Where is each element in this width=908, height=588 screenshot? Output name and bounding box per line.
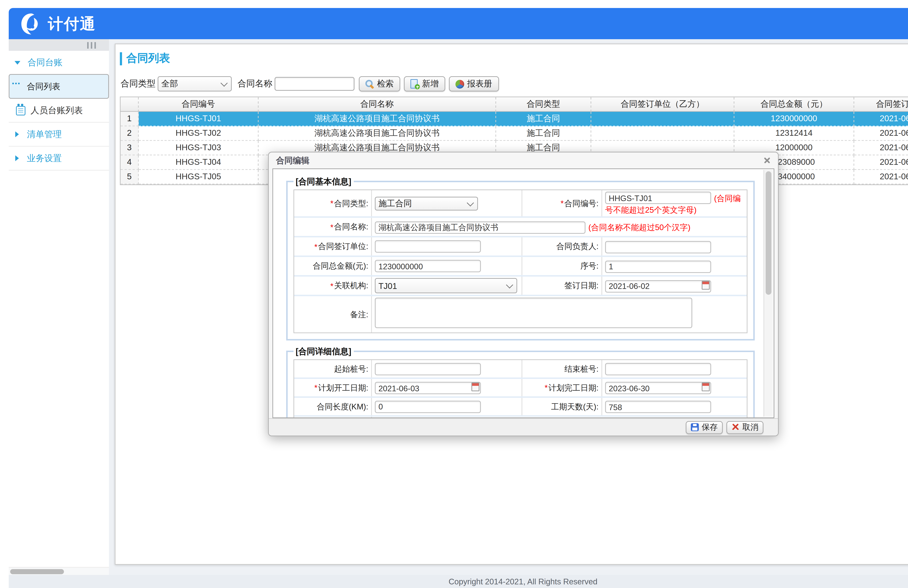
contract-code-field-label: *合同编号: [522, 190, 602, 216]
sign-date-input[interactable] [605, 280, 711, 292]
col-header-code[interactable]: 合同编号 [139, 97, 259, 112]
sign-date-field-label: 签订日期: [522, 276, 602, 295]
dialog-title: 合同编辑 [276, 155, 309, 166]
duration-days-input[interactable] [605, 401, 711, 413]
sidebar-group-contract-ledger[interactable]: 合同台账 [9, 51, 109, 74]
sidebar-collapse-handle[interactable] [9, 39, 109, 51]
section-label: [合同详细信息] [293, 346, 354, 357]
builder-field-label: 建设单位: [294, 417, 372, 418]
search-button[interactable]: 检索 [359, 76, 400, 92]
basic-info-section: [合同基本信息] *合同类型: 施工合同 *合同编号: [286, 181, 755, 341]
caret-right-icon [15, 155, 19, 161]
contract-owner-field-label: 合同负责人: [522, 238, 602, 255]
copyright-text: Copyright 2014-2021, All Rights Reserved [449, 577, 597, 586]
contract-name-field-input[interactable] [375, 221, 586, 234]
contract-owner-input[interactable] [605, 241, 711, 253]
contract-edit-dialog: 合同编辑 [合同基本信息] *合同类型: 施工合同 [268, 152, 779, 436]
top-header: 计付通 通知 管理员 [9, 8, 908, 39]
save-button[interactable]: 保存 [686, 421, 723, 434]
plan-start-date-input[interactable] [375, 382, 481, 394]
end-pile-field-label: 结束桩号: [522, 360, 602, 378]
sign-party-input[interactable] [375, 240, 481, 252]
col-header-amount[interactable]: 合同总金额（元） [734, 97, 854, 112]
start-pile-field-label: 起始桩号: [294, 360, 372, 378]
sidebar-group-business-settings[interactable]: 业务设置 [9, 147, 109, 170]
contract-type-field-select[interactable]: 施工合同 [375, 196, 478, 210]
remark-field-label: 备注: [294, 296, 372, 333]
copyright-footer: Copyright 2014-2021, All Rights Reserved [9, 575, 908, 588]
related-org-select[interactable]: TJ01 [375, 278, 517, 293]
col-header-party[interactable]: 合同签订单位（乙方） [591, 97, 734, 112]
dialog-footer: 保存 取消 [269, 418, 778, 435]
contract-type-label: 合同类型 [121, 78, 155, 90]
scrollbar-thumb[interactable] [10, 569, 64, 574]
col-header-name[interactable]: 合同名称 [259, 97, 496, 112]
start-pile-input[interactable] [375, 363, 481, 375]
col-header-type[interactable]: 合同类型 [496, 97, 591, 112]
sidebar-item-person-ledger[interactable]: 人员台账列表 [9, 99, 109, 123]
chevron-down-icon [467, 199, 474, 206]
app-window: 计付通 通知 管理员 合同台账 合同列表 [0, 0, 908, 588]
dialog-titlebar[interactable]: 合同编辑 [269, 153, 778, 169]
dialog-scrollbar-track[interactable] [763, 170, 773, 417]
cancel-x-icon [731, 423, 739, 431]
duration-days-field-label: 工期天数(天): [522, 398, 602, 415]
contract-length-field-label: 合同长度(KM): [294, 398, 372, 415]
cancel-button[interactable]: 取消 [726, 421, 763, 434]
save-disk-icon [691, 423, 699, 431]
remark-textarea[interactable] [375, 298, 692, 328]
contract-length-input[interactable] [375, 400, 481, 413]
clipboard-icon [16, 106, 26, 115]
report-button[interactable]: 报表册 [449, 76, 499, 92]
caret-right-icon [15, 132, 19, 137]
contract-type-select[interactable]: 全部 [158, 76, 232, 92]
calendar-icon[interactable] [472, 382, 480, 391]
detail-info-section: [合同详细信息] 起始桩号: 结束桩号: *计划开工日期: [286, 350, 755, 418]
close-icon[interactable] [763, 157, 771, 164]
contract-name-label: 合同名称 [238, 78, 272, 90]
list-icon [12, 82, 22, 91]
chevron-down-icon [506, 281, 513, 289]
sidebar-horizontal-scrollbar[interactable] [9, 567, 109, 575]
dialog-body: [合同基本信息] *合同类型: 施工合同 *合同编号: [272, 169, 774, 418]
contract-type-field-label: *合同类型: [294, 190, 372, 216]
total-amount-field-label: 合同总金额(元): [294, 257, 372, 275]
chevron-down-icon [221, 79, 228, 87]
sign-party-field-label: *合同签订单位: [294, 238, 372, 255]
dialog-scrollbar-thumb[interactable] [766, 171, 771, 295]
calendar-icon[interactable] [702, 281, 710, 289]
sidebar: 合同台账 合同列表 人员台账列表 清单管理 业务设置 [9, 39, 109, 575]
pie-chart-icon [456, 79, 464, 88]
total-amount-input[interactable] [375, 260, 481, 272]
section-label: [合同基本信息] [293, 177, 354, 187]
sidebar-group-list-management[interactable]: 清单管理 [9, 123, 109, 147]
sidebar-item-contract-list[interactable]: 合同列表 [9, 74, 109, 99]
sequence-field-label: 序号: [522, 257, 602, 275]
plan-end-date-input[interactable] [605, 382, 711, 395]
contract-name-field-label: *合同名称: [294, 218, 372, 236]
col-header-date[interactable]: 合同签订日期 [854, 97, 908, 112]
contract-code-input[interactable] [605, 192, 711, 204]
search-icon [365, 79, 374, 88]
toolbar: 合同类型 全部 合同名称 检索 新增 报表册 [121, 76, 502, 92]
caret-down-icon [14, 61, 20, 64]
contract-name-input[interactable] [275, 77, 354, 91]
page-title: 合同列表 [120, 51, 170, 65]
name-validation-note: (合同名称不能超过50个汉字) [588, 223, 691, 232]
end-pile-input[interactable] [605, 363, 711, 376]
add-document-icon [411, 79, 419, 88]
plan-end-field-label: *计划完工日期: [522, 379, 602, 396]
app-title: 计付通 [48, 13, 96, 34]
brand: 计付通 [19, 11, 96, 36]
title-accent-bar [120, 52, 122, 65]
add-button[interactable]: 新增 [404, 76, 445, 92]
app-logo-icon [19, 11, 43, 36]
sequence-input[interactable] [605, 260, 711, 273]
related-org-field-label: *关联机构: [294, 276, 372, 295]
plan-start-field-label: *计划开工日期: [294, 379, 372, 396]
calendar-icon[interactable] [702, 383, 710, 392]
col-header-num[interactable] [121, 97, 139, 112]
